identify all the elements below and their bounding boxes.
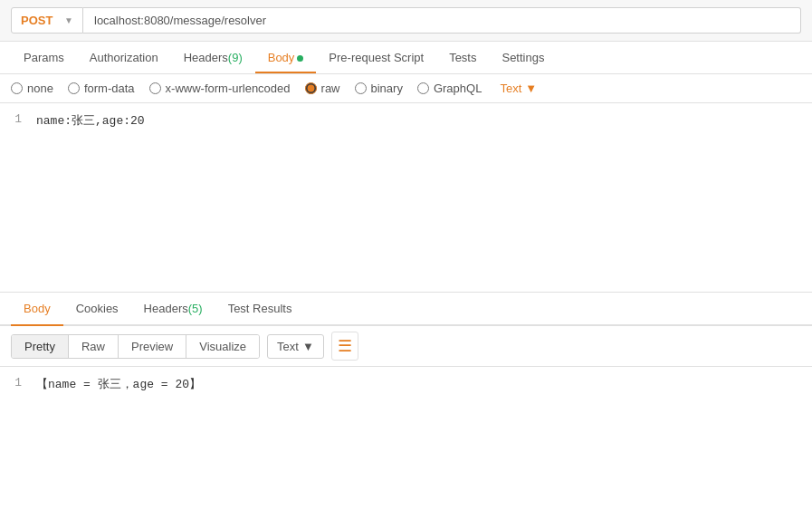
resp-line-content: 【name = 张三，age = 20】	[36, 376, 812, 392]
text-format-dropdown[interactable]: Text▼	[500, 82, 537, 95]
resp-tab-headers[interactable]: Headers(5)	[131, 293, 215, 324]
tab-pre-request-script[interactable]: Pre-request Script	[316, 42, 436, 73]
resp-format-pretty[interactable]: Pretty	[12, 335, 69, 358]
method-select[interactable]: POST ▼	[11, 7, 83, 34]
tab-dot	[297, 55, 303, 62]
text-format-chevron-icon: ▼	[525, 82, 537, 95]
response-line: 1【name = 张三，age = 20】	[0, 374, 812, 394]
tab-params[interactable]: Params	[11, 42, 77, 73]
wrap-icon: ☰	[338, 337, 352, 355]
body-options: noneform-datax-www-form-urlencodedrawbin…	[0, 74, 812, 103]
method-chevron-icon: ▼	[64, 15, 73, 25]
tab-settings[interactable]: Settings	[489, 42, 557, 73]
radio-none[interactable]: none	[11, 82, 53, 95]
radio-graphql[interactable]: GraphQL	[417, 82, 482, 95]
tab-body[interactable]: Body	[255, 42, 317, 73]
resp-line-number: 1	[0, 376, 36, 390]
resp-tab-badge: (5)	[188, 302, 203, 315]
tab-authorization[interactable]: Authorization	[77, 42, 171, 73]
radio-form-data[interactable]: form-data	[68, 82, 135, 95]
resp-tab-cookies[interactable]: Cookies	[63, 293, 131, 324]
line-content: name:张三,age:20	[36, 112, 812, 129]
resp-format-preview[interactable]: Preview	[119, 335, 186, 358]
resp-tab-test-results[interactable]: Test Results	[215, 293, 305, 324]
radio-label-x-www-form-urlencoded: x-www-form-urlencoded	[166, 82, 291, 95]
response-format-tabs: PrettyRawPreviewVisualize	[11, 334, 260, 359]
tab-badge: (9)	[228, 51, 243, 64]
response-text-label: Text	[277, 340, 299, 353]
response-text-dropdown[interactable]: Text ▼	[267, 334, 324, 359]
editor-line: 1name:张三,age:20	[0, 111, 812, 130]
radio-raw[interactable]: raw	[305, 82, 340, 95]
radio-binary[interactable]: binary	[355, 82, 403, 95]
resp-format-raw[interactable]: Raw	[69, 335, 119, 358]
request-tab-nav: ParamsAuthorizationHeaders(9)BodyPre-req…	[0, 42, 812, 74]
editor-area[interactable]: 1name:张三,age:20	[0, 103, 812, 293]
resp-tab-body[interactable]: Body	[11, 293, 63, 324]
text-format-label: Text	[500, 82, 521, 95]
tab-tests[interactable]: Tests	[436, 42, 489, 73]
response-output: 1【name = 张三，age = 20】	[0, 367, 812, 401]
tab-headers[interactable]: Headers(9)	[171, 42, 255, 73]
wrap-icon-button[interactable]: ☰	[331, 332, 358, 361]
radio-label-raw: raw	[321, 82, 340, 95]
radio-label-binary: binary	[371, 82, 403, 95]
line-number: 1	[0, 112, 36, 126]
url-bar: POST ▼	[0, 0, 812, 42]
response-toolbar: PrettyRawPreviewVisualize Text ▼ ☰	[0, 326, 812, 367]
radio-label-none: none	[27, 82, 53, 95]
url-input[interactable]	[83, 7, 801, 34]
response-text-chevron-icon: ▼	[302, 340, 314, 353]
editor-spacer	[0, 130, 812, 284]
radio-x-www-form-urlencoded[interactable]: x-www-form-urlencoded	[149, 82, 291, 95]
resp-format-visualize[interactable]: Visualize	[186, 335, 259, 358]
radio-label-graphql: GraphQL	[434, 82, 482, 95]
response-tab-nav: BodyCookiesHeaders(5)Test Results	[0, 293, 812, 326]
radio-label-form-data: form-data	[84, 82, 135, 95]
method-label: POST	[21, 14, 53, 27]
